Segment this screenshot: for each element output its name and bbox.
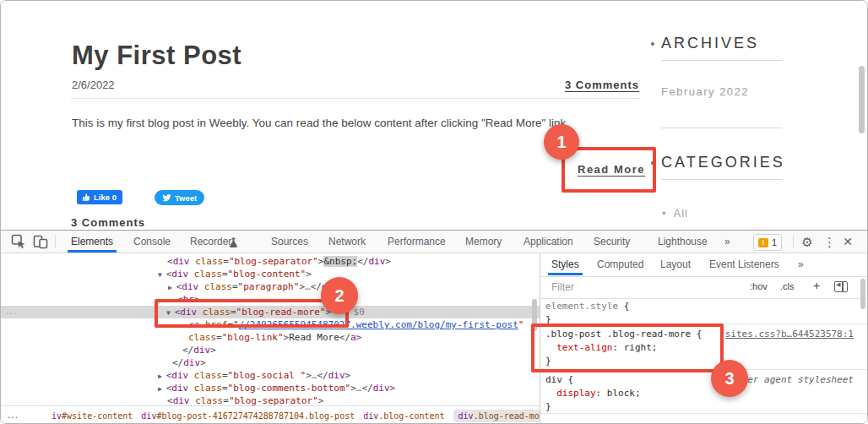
pseudo-state-toggle[interactable]: :hov: [750, 281, 768, 291]
rule-close-brace: }: [545, 400, 864, 414]
tab-lighthouse[interactable]: Lighthouse: [658, 231, 708, 253]
close-devtools-icon[interactable]: ✕: [840, 231, 855, 253]
elements-tree-row[interactable]: </div>: [1, 356, 540, 369]
code-token: </: [172, 357, 183, 368]
archive-month-link[interactable]: February 2022: [661, 85, 749, 98]
code-token: >: [356, 332, 362, 343]
like-button-label: Like 0: [94, 193, 117, 202]
code-token: <: [167, 395, 173, 405]
kebab-menu-icon[interactable]: ⋮: [823, 231, 835, 253]
code-token: div: [171, 383, 188, 394]
page-title: My First Post: [72, 41, 241, 71]
rule-source-link[interactable]: sites.css?b…644523578:1: [725, 328, 854, 341]
annotation-box-css-rule: [531, 323, 724, 372]
recorder-flask-icon: [229, 236, 238, 247]
elements-tree-row[interactable]: class="blog-link">Read More</a>: [1, 331, 540, 344]
code-token: …: [305, 281, 311, 292]
elements-tree-row[interactable]: ▶ <div class="blog-comments-bottom">…</d…: [1, 382, 540, 394]
code-token: div: [171, 370, 188, 381]
code-token: div: [373, 383, 390, 394]
code-token: </: [339, 332, 350, 343]
code-token: "blog-separator": [229, 256, 318, 267]
styles-more-tabs-chevron[interactable]: »: [798, 253, 804, 275]
comments-link[interactable]: 3 Comments: [565, 79, 639, 91]
styles-tab-event-listeners[interactable]: Event Listeners: [709, 253, 779, 275]
sidebar-pane-toggle-icon[interactable]: [834, 281, 848, 292]
code-token: [188, 370, 194, 381]
tree-expand-arrow-icon[interactable]: ▶: [168, 284, 176, 291]
css-rule[interactable]: div {user agent stylesheet display: bloc…: [545, 373, 864, 414]
elements-tree-row[interactable]: ▶ <div class="blog-social ">…</div>: [1, 369, 540, 382]
elements-tree-row[interactable]: <div class="blog-separator">&nbsp;</div>: [1, 255, 540, 268]
new-style-rule-button[interactable]: +: [813, 279, 820, 292]
styles-scrollbar-thumb[interactable]: [860, 279, 865, 309]
more-tabs-chevron[interactable]: »: [724, 231, 730, 253]
tab-elements[interactable]: Elements: [71, 231, 113, 253]
styles-tab-computed[interactable]: Computed: [597, 253, 643, 275]
inspect-element-icon[interactable]: [11, 234, 26, 249]
code-token: "blog-social ": [228, 370, 307, 381]
code-token: element.style: [545, 301, 618, 312]
elements-tree-pane: <div class="blog-separator">&nbsp;</div>…: [1, 253, 540, 405]
code-token: div: [182, 281, 198, 292]
css-property-value: : block;: [596, 388, 641, 399]
breadcrumb-overflow-left[interactable]: ...: [8, 406, 19, 424]
elements-tree-row[interactable]: ▶ <div class="paragraph">…</div>: [1, 280, 540, 293]
node-menu-dots[interactable]: ...: [6, 306, 17, 318]
code-token: >: [350, 383, 356, 394]
tree-expand-arrow-icon[interactable]: ▶: [158, 385, 166, 393]
elements-tree-row[interactable]: <div class="blog-separator">: [1, 394, 540, 405]
tree-expand-arrow-icon[interactable]: ▶: [158, 372, 166, 380]
elements-tree-row[interactable]: </div>: [1, 344, 540, 356]
code-token: div: [173, 256, 190, 267]
rule-selector: div {user agent stylesheet: [545, 373, 864, 387]
breadcrumb-item[interactable]: div.blog-content: [363, 410, 444, 422]
styles-tab-layout[interactable]: Layout: [660, 253, 691, 275]
code-token: </: [361, 383, 372, 394]
settings-gear-icon[interactable]: ⚙: [800, 231, 815, 253]
page-scrollbar-thumb[interactable]: [859, 66, 865, 133]
tab-security[interactable]: Security: [594, 231, 630, 253]
elements-tree-row[interactable]: ▼ <div class="blog-content">: [1, 268, 540, 280]
code-token: =: [222, 370, 228, 381]
tab-network[interactable]: Network: [328, 231, 366, 253]
issues-counter[interactable]: ! 1: [753, 234, 782, 251]
styles-filter-row: Filter :hov .cls +: [540, 276, 867, 299]
tweet-button[interactable]: Tweet: [155, 190, 204, 205]
tab-recorder[interactable]: Recorder: [190, 231, 231, 253]
code-token: class: [194, 269, 222, 280]
code-token: &nbsp;: [323, 256, 357, 267]
annotation-step-1: 1: [544, 124, 579, 160]
twitter-bird-icon: [162, 194, 171, 202]
code-token: >: [299, 281, 305, 292]
facebook-like-button[interactable]: Like 0: [77, 190, 122, 204]
post-meta-divider: [71, 98, 640, 99]
code-token: div: [368, 256, 385, 267]
code-token: "blog-content": [228, 269, 307, 280]
breadcrumb-item[interactable]: div#blog-post-416727474288787104.blog-po…: [141, 410, 355, 422]
crumb-selector: #blog-post-416727474288787104.blog-post: [156, 411, 355, 421]
tab-sources[interactable]: Sources: [271, 231, 308, 253]
code-token: "paragraph": [238, 281, 300, 292]
code-token: div: [328, 370, 345, 381]
post-paragraph: This is my first blog post in Weebly. Yo…: [72, 117, 612, 129]
archives-heading: ARCHIVES: [661, 35, 759, 52]
code-token: >: [345, 370, 351, 381]
code-token: =: [222, 383, 228, 394]
css-declaration[interactable]: display: block;: [545, 387, 864, 400]
toolbar-separator-2: [793, 235, 794, 248]
breadcrumb-item[interactable]: div.blog-read-more: [453, 410, 540, 422]
styles-tab-styles[interactable]: Styles: [551, 253, 579, 275]
class-toggle[interactable]: .cls: [780, 281, 795, 291]
tab-memory[interactable]: Memory: [465, 231, 502, 253]
tab-application[interactable]: Application: [524, 231, 573, 253]
code-token: >: [200, 357, 206, 368]
filter-input[interactable]: Filter: [551, 281, 574, 293]
tree-expand-arrow-icon[interactable]: ▼: [158, 271, 166, 279]
tab-performance[interactable]: Performance: [388, 231, 446, 253]
tab-console[interactable]: Console: [133, 231, 171, 253]
code-token: >: [318, 395, 324, 405]
breadcrumb-item[interactable]: iv#wsite-content: [52, 410, 133, 422]
category-all-item[interactable]: • All: [662, 207, 688, 220]
device-toolbar-icon[interactable]: [33, 234, 48, 249]
